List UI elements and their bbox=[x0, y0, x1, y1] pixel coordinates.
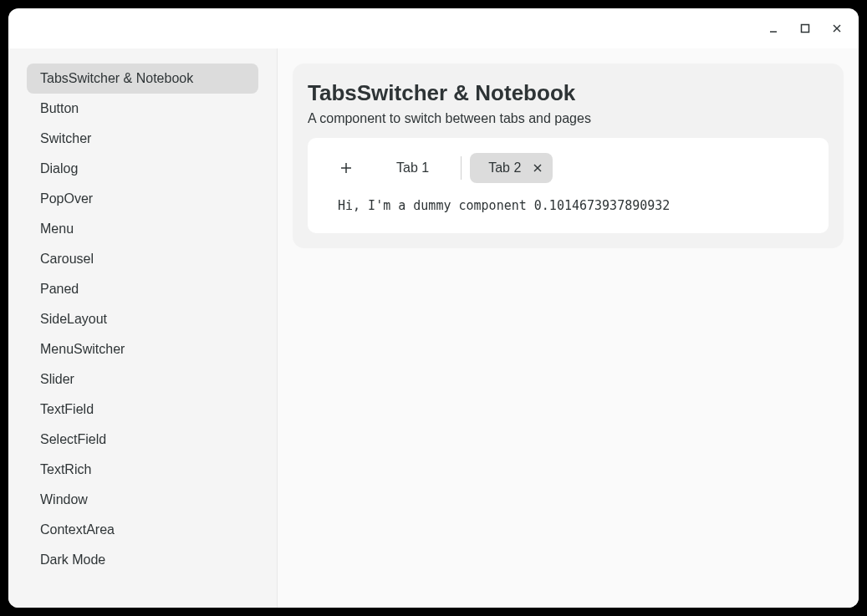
page-subtitle: A component to switch between tabs and p… bbox=[308, 111, 829, 126]
sidebar-item-menuswitcher[interactable]: MenuSwitcher bbox=[27, 334, 258, 364]
minimize-button[interactable] bbox=[763, 18, 783, 38]
main-area: TabsSwitcher & Notebook A component to s… bbox=[278, 48, 859, 608]
tab-label: Tab 1 bbox=[396, 160, 429, 176]
sidebar-item-paned[interactable]: Paned bbox=[27, 274, 258, 304]
tab-close-button[interactable] bbox=[531, 161, 544, 175]
tab-bar: Tab 1 Tab 2 bbox=[323, 153, 813, 183]
sidebar-item-label: TabsSwitcher & Notebook bbox=[40, 70, 193, 87]
sidebar-item-label: Carousel bbox=[40, 251, 94, 267]
sidebar-item-menu[interactable]: Menu bbox=[27, 214, 258, 244]
sidebar-item-darkmode[interactable]: Dark Mode bbox=[27, 545, 258, 575]
sidebar-item-contextarea[interactable]: ContextArea bbox=[27, 515, 258, 545]
sidebar-item-label: PopOver bbox=[40, 191, 93, 207]
sidebar-item-label: Paned bbox=[40, 281, 79, 298]
sidebar-item-label: Dialog bbox=[40, 160, 78, 177]
plus-icon bbox=[339, 161, 353, 175]
maximize-button[interactable] bbox=[795, 18, 815, 38]
sidebar-item-label: MenuSwitcher bbox=[40, 341, 125, 358]
sidebar-item-window[interactable]: Window bbox=[27, 485, 258, 515]
page-title: TabsSwitcher & Notebook bbox=[308, 80, 829, 106]
demo-card: TabsSwitcher & Notebook A component to s… bbox=[293, 64, 844, 248]
sidebar-item-slider[interactable]: Slider bbox=[27, 364, 258, 395]
window-frame: TabsSwitcher & Notebook Button Switcher … bbox=[8, 8, 859, 608]
sidebar-item-carousel[interactable]: Carousel bbox=[27, 244, 258, 274]
tab-divider bbox=[461, 156, 462, 180]
sidebar-item-label: Slider bbox=[40, 371, 74, 388]
sidebar-item-textrich[interactable]: TextRich bbox=[27, 455, 258, 485]
sidebar-item-label: ContextArea bbox=[40, 522, 115, 538]
sidebar-item-label: Button bbox=[40, 100, 79, 117]
sidebar-item-label: Window bbox=[40, 491, 88, 508]
tabswitcher-container: Tab 1 Tab 2 Hi, I'm a dummy component 0.… bbox=[308, 138, 829, 233]
sidebar-item-sidelayout[interactable]: SideLayout bbox=[27, 304, 258, 334]
body-area: TabsSwitcher & Notebook Button Switcher … bbox=[8, 48, 859, 608]
titlebar bbox=[8, 8, 859, 48]
sidebar-item-button[interactable]: Button bbox=[27, 94, 258, 124]
close-button[interactable] bbox=[827, 18, 847, 38]
sidebar-item-tabsswitcher-notebook[interactable]: TabsSwitcher & Notebook bbox=[27, 64, 258, 94]
close-icon bbox=[533, 163, 543, 173]
sidebar: TabsSwitcher & Notebook Button Switcher … bbox=[8, 48, 278, 608]
sidebar-item-label: Dark Mode bbox=[40, 552, 105, 568]
sidebar-item-dialog[interactable]: Dialog bbox=[27, 154, 258, 184]
sidebar-item-label: SideLayout bbox=[40, 311, 107, 328]
sidebar-item-popover[interactable]: PopOver bbox=[27, 184, 258, 214]
sidebar-item-label: SelectField bbox=[40, 431, 106, 448]
sidebar-item-label: TextField bbox=[40, 401, 94, 418]
svg-rect-1 bbox=[802, 25, 809, 33]
sidebar-item-selectfield[interactable]: SelectField bbox=[27, 425, 258, 455]
tab-label: Tab 2 bbox=[488, 160, 521, 176]
sidebar-item-textfield[interactable]: TextField bbox=[27, 395, 258, 425]
sidebar-item-label: Menu bbox=[40, 221, 74, 237]
tab-content: Hi, I'm a dummy component 0.101467393789… bbox=[323, 198, 813, 218]
sidebar-item-label: TextRich bbox=[40, 461, 91, 478]
tab-1[interactable]: Tab 1 bbox=[371, 153, 454, 183]
sidebar-item-label: Switcher bbox=[40, 130, 91, 147]
tab-2[interactable]: Tab 2 bbox=[470, 153, 553, 183]
add-tab-button[interactable] bbox=[331, 153, 361, 183]
sidebar-item-switcher[interactable]: Switcher bbox=[27, 124, 258, 154]
